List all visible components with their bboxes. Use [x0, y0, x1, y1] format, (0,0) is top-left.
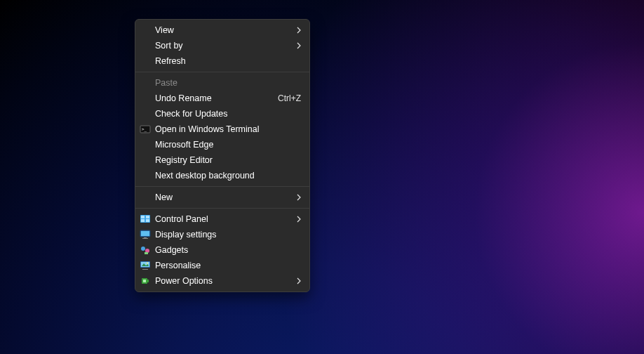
blank-icon [140, 93, 155, 104]
menu-item-label: Personalise [155, 261, 301, 270]
menu-item-view[interactable]: View [135, 22, 309, 38]
gadgets-icon [140, 244, 155, 256]
svg-text:>_: >_ [142, 126, 147, 132]
menu-item-label: Microsoft Edge [155, 140, 301, 150]
desktop-context-menu: View Sort by Refresh Paste Undo Rename C… [135, 19, 310, 292]
menu-item-label: Control Panel [155, 214, 297, 224]
menu-item-paste: Paste [135, 75, 309, 91]
menu-separator [135, 72, 309, 72]
chevron-right-icon [297, 42, 301, 49]
power-icon [140, 275, 155, 287]
svg-rect-3 [141, 216, 145, 218]
terminal-icon: >_ [140, 124, 155, 135]
menu-item-refresh[interactable]: Refresh [135, 53, 309, 69]
menu-item-check-updates[interactable]: Check for Updates [135, 106, 309, 122]
svg-rect-19 [147, 280, 149, 282]
menu-item-label: View [155, 25, 297, 35]
svg-rect-17 [142, 269, 148, 270]
chevron-right-icon [297, 277, 301, 284]
menu-item-new[interactable]: New [135, 190, 309, 205]
menu-item-label: New [155, 192, 297, 202]
menu-item-registry-editor[interactable]: Registry Editor [135, 152, 309, 168]
svg-rect-4 [146, 216, 149, 218]
menu-item-label: Undo Rename [155, 93, 271, 103]
menu-separator [135, 208, 309, 209]
desktop-wallpaper[interactable] [0, 0, 644, 354]
blank-icon [140, 25, 155, 36]
menu-item-label: Refresh [155, 56, 301, 66]
menu-item-display-settings[interactable]: Display settings [135, 227, 309, 242]
menu-item-label: Next desktop background [155, 171, 301, 181]
blank-icon [140, 192, 155, 203]
menu-item-undo-rename[interactable]: Undo Rename Ctrl+Z [135, 91, 309, 106]
blank-icon [140, 108, 155, 119]
blank-icon [140, 77, 155, 88]
menu-item-sort-by[interactable]: Sort by [135, 38, 309, 53]
menu-item-label: Open in Windows Terminal [155, 124, 301, 134]
menu-item-label: Check for Updates [155, 109, 301, 119]
svg-point-11 [141, 247, 145, 251]
chevron-right-icon [297, 27, 301, 34]
svg-rect-5 [141, 219, 145, 222]
svg-rect-20 [143, 280, 146, 282]
menu-item-shortcut: Ctrl+Z [271, 93, 301, 103]
svg-rect-13 [145, 252, 148, 254]
menu-separator [135, 186, 309, 187]
menu-item-label: Sort by [155, 41, 297, 51]
menu-item-open-terminal[interactable]: >_ Open in Windows Terminal [135, 122, 309, 137]
control-panel-icon [140, 214, 155, 225]
menu-item-personalise[interactable]: Personalise [135, 258, 309, 273]
blank-icon [140, 40, 155, 51]
blank-icon [140, 55, 155, 67]
blank-icon [140, 139, 155, 150]
svg-point-16 [147, 263, 148, 264]
menu-item-label: Registry Editor [155, 155, 301, 165]
menu-item-label: Power Options [155, 276, 297, 286]
blank-icon [140, 155, 155, 166]
menu-item-label: Gadgets [155, 245, 301, 255]
menu-item-label: Display settings [155, 230, 301, 240]
menu-item-gadgets[interactable]: Gadgets [135, 242, 309, 258]
personalise-icon [140, 260, 155, 271]
svg-rect-6 [146, 219, 149, 222]
blank-icon [140, 170, 155, 181]
menu-item-control-panel[interactable]: Control Panel [135, 211, 309, 227]
svg-rect-9 [144, 237, 147, 238]
menu-item-power-options[interactable]: Power Options [135, 273, 309, 289]
menu-item-ms-edge[interactable]: Microsoft Edge [135, 137, 309, 152]
chevron-right-icon [297, 216, 301, 223]
svg-rect-8 [141, 231, 149, 236]
chevron-right-icon [297, 194, 301, 201]
svg-rect-10 [142, 238, 148, 239]
menu-item-next-bg[interactable]: Next desktop background [135, 168, 309, 183]
display-icon [140, 229, 155, 240]
menu-item-label: Paste [155, 78, 301, 88]
